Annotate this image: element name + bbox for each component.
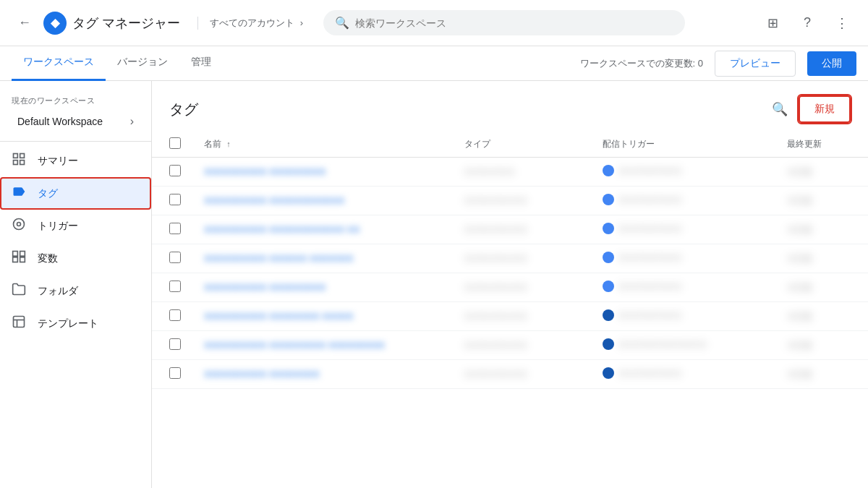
col-header-checkbox [152, 132, 192, 158]
trigger-name: XXXXXXXXXX [618, 368, 681, 379]
tag-name-link[interactable]: XXXXXXXXXX XXXXXXXXXXXX [204, 195, 344, 206]
row-checkbox[interactable] [169, 223, 181, 234]
sidebar-item-label-templates: テンプレート [38, 317, 98, 330]
account-breadcrumb[interactable]: すべてのアカウント › [197, 17, 306, 30]
table-row[interactable]: XXXXXXXXXX XXXXXXXXX XXXXXXXX XXXXXXXXXX… [152, 158, 868, 187]
sidebar-item-summary[interactable]: サマリー [0, 145, 151, 177]
row-updated: X日前 [787, 368, 812, 381]
publish-button[interactable]: 公開 [807, 51, 856, 76]
changes-count: ワークスペースでの変更数: 0 [580, 57, 703, 70]
trigger-badge: XXXXXXXXXX [603, 194, 681, 205]
more-icon: ⋮ [835, 15, 848, 31]
svg-rect-8 [13, 257, 18, 262]
row-updated-cell: X日前 [775, 360, 868, 389]
row-checkbox-cell [152, 244, 192, 273]
table-row[interactable]: XXXXXXXXXX XXXXXXXXX XXXXXXXXX XXXXXXXXX… [152, 331, 868, 360]
row-trigger-cell: XXXXXXXXXXXXXX [591, 331, 775, 360]
tab-version[interactable]: バージョン [106, 46, 179, 81]
nav-tabs: ワークスペース バージョン 管理 [12, 46, 580, 81]
row-name-cell: XXXXXXXXXX XXXXXXXXX XXXXXXXXX [192, 331, 453, 360]
row-checkbox[interactable] [169, 194, 181, 205]
tag-name-link[interactable]: XXXXXXXXXX XXXXXXXXXXXX XX [204, 224, 359, 235]
content-search-button[interactable]: 🔍 [767, 96, 793, 122]
help-icon-button[interactable]: ? [793, 9, 822, 38]
search-input[interactable] [355, 17, 673, 29]
sidebar-divider [0, 141, 151, 142]
row-updated-cell: X日前 [775, 273, 868, 302]
workspace-name: Default Workspace [17, 116, 103, 127]
tag-name-link[interactable]: XXXXXXXXXX XXXXXXXXX [204, 166, 326, 177]
row-trigger-cell: XXXXXXXXXX [591, 273, 775, 302]
tag-name-link[interactable]: XXXXXXXXXX XXXXXX XXXXXXX [204, 253, 354, 264]
sidebar-item-templates[interactable]: テンプレート [0, 307, 151, 340]
row-updated: X日前 [787, 252, 812, 265]
row-type-cell: XXXXXXXX [453, 158, 591, 187]
trigger-name: XXXXXXXXXX [618, 223, 681, 234]
col-header-updated[interactable]: 最終更新 [775, 132, 868, 158]
topbar-left: ← ◆ タグ マネージャー すべてのアカウント › [12, 10, 306, 36]
tags-icon [12, 184, 26, 202]
sidebar-item-variables[interactable]: 変数 [0, 242, 151, 275]
row-name-cell: XXXXXXXXXX XXXXXXXXX [192, 158, 453, 187]
content-header: タグ 🔍 新規 [152, 81, 868, 132]
tag-name-link[interactable]: XXXXXXXXXX XXXXXXXX XXXXX [204, 311, 354, 322]
table-row[interactable]: XXXXXXXXXX XXXXXXXXXXXX XXXXXXXXXX XXXXX… [152, 187, 868, 215]
svg-point-5 [17, 223, 21, 226]
row-checkbox[interactable] [169, 165, 181, 176]
trigger-badge: XXXXXXXXXX [603, 281, 681, 292]
col-header-type[interactable]: タイプ [453, 132, 591, 158]
more-icon-button[interactable]: ⋮ [827, 9, 856, 38]
row-type: XXXXXXXXXX [464, 282, 527, 293]
workspace-selector[interactable]: Default Workspace › [12, 111, 140, 132]
preview-button[interactable]: プレビュー [715, 51, 796, 77]
row-trigger-cell: XXXXXXXXXX [591, 302, 775, 331]
tag-name-link[interactable]: XXXXXXXXXX XXXXXXXX [204, 369, 320, 380]
row-checkbox[interactable] [169, 252, 181, 263]
col-header-name[interactable]: 名前 ↑ [192, 132, 453, 158]
select-all-checkbox[interactable] [169, 137, 181, 149]
tab-admin[interactable]: 管理 [179, 46, 223, 81]
svg-rect-6 [13, 252, 18, 257]
back-button[interactable]: ← [12, 10, 38, 36]
row-type: XXXXXXXXXX [464, 311, 527, 322]
col-header-trigger[interactable]: 配信トリガー [591, 132, 775, 158]
trigger-dot-icon [603, 367, 614, 379]
sidebar-item-tags[interactable]: タグ [0, 177, 151, 210]
trigger-name: XXXXXXXXXX [618, 252, 681, 263]
content-header-right: 🔍 新規 [767, 95, 851, 123]
main-layout: 現在のワークスペース Default Workspace › サマリー タグ ト… [0, 81, 868, 488]
row-checkbox-cell [152, 273, 192, 302]
svg-rect-7 [20, 252, 25, 257]
sidebar-item-label-folders: フォルダ [38, 285, 78, 298]
table-row[interactable]: XXXXXXXXXX XXXXXXXXX XXXXXXXXXX XXXXXXXX… [152, 273, 868, 302]
row-type-cell: XXXXXXXXXX [453, 302, 591, 331]
row-checkbox[interactable] [169, 338, 181, 350]
tag-name-link[interactable]: XXXXXXXXXX XXXXXXXXX XXXXXXXXX [204, 340, 385, 351]
row-checkbox[interactable] [169, 309, 181, 321]
page-title: タグ [169, 100, 198, 119]
sidebar-item-folders[interactable]: フォルダ [0, 275, 151, 307]
sidebar-item-triggers[interactable]: トリガー [0, 210, 151, 242]
secondary-nav: ワークスペース バージョン 管理 ワークスペースでの変更数: 0 プレビュー 公… [0, 46, 868, 81]
row-checkbox[interactable] [169, 281, 181, 292]
sidebar-item-label-variables: 変数 [38, 252, 58, 265]
table-row[interactable]: XXXXXXXXXX XXXXXXXXXXXX XX XXXXXXXXXX XX… [152, 215, 868, 244]
row-type-cell: XXXXXXXXXX [453, 187, 591, 215]
grid-icon-button[interactable]: ⊞ [758, 9, 787, 38]
row-type: XXXXXXXXXX [464, 224, 527, 235]
row-name-cell: XXXXXXXXXX XXXXXXXXXXXX XX [192, 215, 453, 244]
row-type-cell: XXXXXXXXXX [453, 273, 591, 302]
table-row[interactable]: XXXXXXXXXX XXXXXXXX XXXXXXXXXX XXXXXXXXX… [152, 360, 868, 389]
new-tag-button[interactable]: 新規 [799, 95, 851, 123]
sort-arrow-icon: ↑ [226, 140, 231, 148]
trigger-dot-icon [603, 281, 614, 292]
chevron-right-icon: › [130, 115, 134, 128]
tag-name-link[interactable]: XXXXXXXXXX XXXXXXXXX [204, 282, 326, 293]
row-name-cell: XXXXXXXXXX XXXXXXXXX [192, 273, 453, 302]
table-row[interactable]: XXXXXXXXXX XXXXXXXX XXXXX XXXXXXXXXX XXX… [152, 302, 868, 331]
row-trigger-cell: XXXXXXXXXX [591, 215, 775, 244]
row-checkbox[interactable] [169, 367, 181, 379]
trigger-name: XXXXXXXXXX [618, 310, 681, 321]
tab-workspace[interactable]: ワークスペース [12, 46, 106, 81]
table-row[interactable]: XXXXXXXXXX XXXXXX XXXXXXX XXXXXXXXXX XXX… [152, 244, 868, 273]
